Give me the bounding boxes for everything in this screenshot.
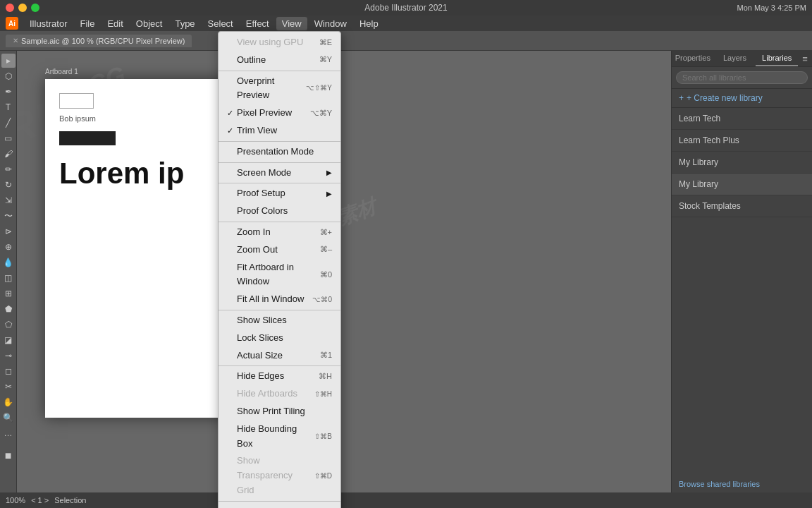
- menu-actual-size[interactable]: Actual Size ⌘1: [219, 347, 340, 365]
- titlebar: Adobe Illustrator 2021 Mon May 3 4:25 PM: [0, 0, 812, 16]
- search-input[interactable]: [676, 71, 808, 84]
- menu-outline[interactable]: Outline ⌘Y: [219, 52, 340, 69]
- view-menu-dropdown: View using GPU ⌘E Outline ⌘Y Overprint P…: [218, 31, 341, 508]
- menu-window[interactable]: Window: [309, 17, 352, 30]
- right-panel: Properties Layers Libraries ≡ + + Create…: [671, 51, 812, 508]
- zoom-level: 100%: [6, 496, 25, 504]
- tool-paintbrush[interactable]: 🖌: [1, 147, 16, 161]
- menu-view-using-gpu[interactable]: View using GPU ⌘E: [219, 34, 340, 52]
- tool-direct-select[interactable]: ⬡: [1, 69, 16, 83]
- statusbar: 100% < 1 > Selection: [0, 492, 812, 508]
- menu-hide-template[interactable]: Hide Template ⇧⌘W: [219, 503, 340, 508]
- window-title: Adobe Illustrator 2021: [364, 3, 447, 13]
- library-item-learn-tech-plus[interactable]: Learn Tech Plus: [672, 130, 812, 152]
- doc-tab-label: Sample.aic @ 100 % (RGB/CPU Pixel Previe…: [21, 37, 185, 45]
- close-button[interactable]: [6, 4, 14, 12]
- menu-file[interactable]: File: [74, 17, 100, 30]
- menu-hide-artboards[interactable]: Hide Artboards ⇧⌘H: [219, 385, 340, 403]
- tool-slice[interactable]: ⊸: [1, 349, 16, 363]
- menu-overprint-preview[interactable]: Overprint Preview ⌥⇧⌘Y: [219, 73, 340, 105]
- sep2: [219, 141, 340, 142]
- tool-live-paint[interactable]: ⬠: [1, 318, 16, 332]
- artboard-text-box: [59, 93, 94, 109]
- menu-object[interactable]: Object: [130, 17, 168, 30]
- menu-type[interactable]: Type: [169, 17, 200, 30]
- menu-select[interactable]: Select: [202, 17, 239, 30]
- tool-label: Selection: [54, 496, 86, 504]
- create-library-label: + Create new library: [687, 93, 763, 103]
- minimize-button[interactable]: [18, 4, 27, 12]
- tool-select[interactable]: ▸: [1, 54, 16, 68]
- app-toolbar: ✕ Sample.aic @ 100 % (RGB/CPU Pixel Prev…: [0, 31, 812, 51]
- sep5: [219, 222, 340, 222]
- artboard-rect: [59, 131, 116, 145]
- menu-fit-all[interactable]: Fit All in Window ⌥⌘0: [219, 291, 340, 308]
- traffic-lights[interactable]: [6, 4, 39, 12]
- artboard-nav: < 1 >: [31, 496, 49, 504]
- menu-show-print-tiling[interactable]: Show Print Tiling: [219, 403, 340, 421]
- tool-pen[interactable]: ✒: [1, 85, 16, 99]
- menu-hide-edges[interactable]: Hide Edges ⌘H: [219, 368, 340, 385]
- library-item-my-library-2[interactable]: My Library: [672, 174, 812, 195]
- menu-illustrator[interactable]: Illustrator: [24, 17, 73, 30]
- tab-libraries[interactable]: Libraries: [756, 51, 798, 66]
- menu-effect[interactable]: Effect: [240, 17, 275, 30]
- tool-scissors[interactable]: ✂: [1, 380, 16, 394]
- menu-fit-artboard[interactable]: Fit Artboard in Window ⌘0: [219, 259, 340, 291]
- tool-rect[interactable]: ▭: [1, 131, 16, 145]
- tool-gradient[interactable]: ◫: [1, 271, 16, 285]
- tool-type[interactable]: T: [1, 100, 16, 114]
- tool-pencil[interactable]: ✏: [1, 162, 16, 176]
- tool-zoom[interactable]: 🔍: [1, 411, 16, 425]
- menu-show-slices[interactable]: Show Slices: [219, 312, 340, 329]
- library-item-learn-tech[interactable]: Learn Tech: [672, 108, 812, 130]
- canvas-bg: RRCG 人人素材 RRCG 人人素材 RRCG 人人素材 RRCG RRCG …: [17, 51, 671, 508]
- toolbox: ▸ ⬡ ✒ T ╱ ▭ 🖌 ✏ ↻ ⇲ 〜 ⊳ ⊕ 💧 ◫ ⊞ ⬟ ⬠ ◪ ⊸ …: [0, 51, 17, 508]
- tool-eyedropper[interactable]: 💧: [1, 255, 16, 270]
- menu-screen-mode[interactable]: Screen Mode ▶: [219, 164, 340, 182]
- menu-hide-bounding-box[interactable]: Hide Bounding Box ⇧⌘B: [219, 421, 340, 453]
- tool-hand[interactable]: ✋: [1, 395, 16, 409]
- panel-menu-icon[interactable]: ≡: [798, 51, 812, 66]
- menu-view[interactable]: View: [276, 17, 307, 30]
- menu-edit[interactable]: Edit: [102, 17, 128, 30]
- tool-perspective[interactable]: ◪: [1, 333, 16, 347]
- menu-trim-view[interactable]: ✓ Trim View: [219, 122, 340, 140]
- titlebar-right: Mon May 3 4:25 PM: [737, 4, 806, 12]
- library-item-stock-templates[interactable]: Stock Templates: [672, 195, 812, 217]
- tool-fill[interactable]: ■: [1, 449, 16, 463]
- tool-warp[interactable]: 〜: [1, 209, 16, 223]
- tool-eraser[interactable]: ◻: [1, 364, 16, 378]
- menu-show-transparency-grid[interactable]: Show Transparency Grid ⇧⌘D: [219, 452, 340, 499]
- sep7: [219, 365, 340, 366]
- tab-properties[interactable]: Properties: [672, 51, 714, 66]
- maximize-button[interactable]: [31, 4, 39, 12]
- menubar: Ai Illustrator File Edit Object Type Sel…: [0, 16, 812, 31]
- menu-help[interactable]: Help: [354, 17, 384, 30]
- doc-tab[interactable]: ✕ Sample.aic @ 100 % (RGB/CPU Pixel Prev…: [6, 35, 192, 47]
- menu-pixel-preview[interactable]: ✓ Pixel Preview ⌥⌘Y: [219, 104, 340, 122]
- tool-line[interactable]: ╱: [1, 116, 16, 130]
- menu-lock-slices[interactable]: Lock Slices: [219, 329, 340, 347]
- artboard-label: Artboard 1: [45, 68, 78, 75]
- menu-proof-colors[interactable]: Proof Colors: [219, 202, 340, 220]
- menu-zoom-out[interactable]: Zoom Out ⌘–: [219, 241, 340, 259]
- sep1: [219, 71, 340, 71]
- sep3: [219, 162, 340, 163]
- menu-proof-setup[interactable]: Proof Setup ▶: [219, 185, 340, 202]
- tool-scale[interactable]: ⇲: [1, 193, 16, 207]
- library-item-my-library-1[interactable]: My Library: [672, 152, 812, 174]
- tool-width[interactable]: ⊳: [1, 224, 16, 238]
- tab-layers[interactable]: Layers: [714, 51, 756, 66]
- tool-rotate[interactable]: ↻: [1, 178, 16, 192]
- browse-shared-libraries-link[interactable]: Browse shared libraries: [679, 480, 805, 488]
- canvas-area: RRCG 人人素材 RRCG 人人素材 RRCG 人人素材 RRCG RRCG …: [17, 51, 671, 508]
- tool-blend[interactable]: ⊕: [1, 240, 16, 254]
- menu-zoom-in[interactable]: Zoom In ⌘+: [219, 224, 340, 241]
- tool-mesh[interactable]: ⊞: [1, 286, 16, 301]
- doc-tab-close[interactable]: ✕: [13, 37, 18, 44]
- create-library-button[interactable]: + + Create new library: [672, 89, 812, 108]
- tool-more[interactable]: …: [1, 426, 16, 440]
- menu-presentation-mode[interactable]: Presentation Mode: [219, 143, 340, 161]
- tool-shape-builder[interactable]: ⬟: [1, 302, 16, 316]
